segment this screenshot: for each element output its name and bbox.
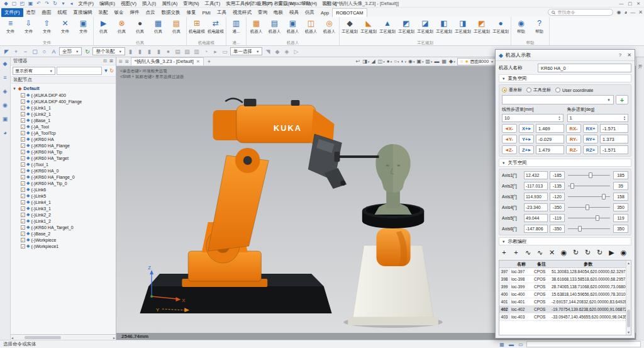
table-scrollbar-thumb[interactable] — [627, 310, 630, 327]
tree-node[interactable]: ✓ ◆ (-)Workpiece1 — [13, 243, 116, 249]
coord-radio[interactable]: User coordinate — [555, 87, 593, 93]
ribbon-tab[interactable]: 模具 — [286, 8, 302, 17]
rot-jog-value-input[interactable]: -1.571 — [600, 124, 628, 133]
ribbon-button[interactable]: ▶ 仿真 — [94, 18, 113, 35]
account-icon[interactable]: ◕ — [624, 9, 627, 15]
ribbon-button[interactable]: ◨ 工艺规划 — [453, 18, 472, 35]
doc-minimize-button[interactable]: — — [630, 9, 635, 15]
node-checkbox[interactable]: ✓ — [21, 137, 25, 142]
lasso-select-icon[interactable]: ○ — [40, 47, 48, 55]
node-checkbox[interactable]: ✓ — [21, 156, 25, 160]
pin-panel-icon[interactable]: ⊟ — [103, 59, 107, 64]
node-checkbox[interactable]: ✓ — [21, 238, 25, 242]
rot-jog-plus-button[interactable]: RZ+ — [583, 145, 598, 154]
tree-node[interactable]: ✓ ◆ (-)KUKA DKP 400 — [13, 92, 116, 98]
menu-item[interactable]: 视图(V) — [119, 1, 139, 7]
jog-rotate-icon[interactable]: + — [511, 247, 521, 257]
tree-node[interactable]: ✓ ◆ (-)A_ToolTcp — [13, 130, 116, 136]
axis-slider[interactable] — [567, 214, 611, 222]
document-tab[interactable]: *铣削人头像_3.Z3 - [Default] ✕ — [131, 57, 204, 65]
save-icon[interactable]: ▣ — [27, 1, 34, 6]
node-checkbox[interactable]: ✓ — [21, 162, 25, 167]
section-view-icon[interactable]: ◈ — [282, 47, 291, 55]
node-checkbox[interactable]: ✓ — [21, 125, 25, 129]
selection-filter-icon[interactable]: ▦ — [498, 341, 506, 348]
assembly-scope-select[interactable]: 整个装配▼ — [92, 47, 125, 55]
jog-value-input[interactable]: -0.029 — [536, 135, 564, 143]
constraint-icon-4[interactable]: ▮ — [155, 47, 163, 55]
node-checkbox[interactable]: ✓ — [21, 206, 25, 211]
ribbon-tab[interactable]: 造型 — [23, 8, 39, 17]
maximize-button[interactable]: ▢ — [628, 1, 633, 6]
tree-node[interactable]: ✓ ◆ (-)KR60 HA_Target_0 — [13, 224, 116, 230]
node-checkbox[interactable]: ✓ — [21, 150, 25, 154]
node-checkbox[interactable]: ✓ — [21, 225, 25, 230]
teach-row[interactable]: 399 loc-399 CPOS 28.74065,138.71068,620.… — [499, 283, 631, 291]
axis-slider-thumb[interactable] — [602, 194, 606, 199]
pattern-icon[interactable]: ▥ — [192, 47, 201, 55]
node-checkbox[interactable]: ✓ — [21, 181, 25, 186]
node-checkbox[interactable]: ✓ — [21, 200, 25, 205]
clip-icon[interactable]: ▤ — [174, 47, 182, 55]
pointer-icon[interactable]: ◥ — [264, 47, 272, 55]
reload-tree-icon[interactable]: ↻ — [109, 68, 114, 74]
constraint-icon-1[interactable]: ▮ — [126, 47, 135, 55]
axis-value-input[interactable]: -117.013 — [524, 182, 548, 190]
tree-h-scrollbar[interactable]: ◂▸ — [11, 334, 116, 340]
jog-plus-button[interactable]: Z+▶ — [519, 145, 534, 154]
kuka-robot[interactable]: KUKA — [182, 98, 379, 287]
ribbon-tab[interactable]: 电极 — [270, 8, 286, 17]
refresh-icon[interactable]: ↻ — [52, 1, 58, 6]
tree-node[interactable]: ✓ ◆ (-)Link2_2 — [13, 211, 116, 218]
rot-jog-plus-button[interactable]: RY+ — [583, 135, 598, 143]
axis-slider-thumb[interactable] — [596, 215, 599, 221]
robot-panel-icon[interactable]: ◆ — [3, 60, 8, 67]
ribbon-button[interactable]: ● 工艺规划 — [491, 18, 510, 35]
node-checkbox[interactable]: ✓ — [21, 118, 25, 123]
angular-step-input[interactable]: 1 ▲▼ — [567, 114, 629, 122]
exit-env-icon[interactable]: ↩ — [356, 59, 361, 64]
play-icon[interactable]: ▶ — [606, 247, 617, 257]
panel-close-button[interactable]: ✕ — [627, 52, 631, 58]
joint-section-header[interactable]: ▼关节空间 — [499, 159, 631, 167]
node-checkbox[interactable]: ✓ — [21, 169, 25, 173]
ribbon-button[interactable]: ◪ 工艺规划 — [416, 18, 435, 35]
tree-node[interactable]: ✓ ◆ (-)Link6 — [13, 186, 116, 193]
input-mode-icon[interactable]: ▭ — [517, 341, 525, 348]
delete-point-icon[interactable]: ✕ — [547, 247, 557, 257]
ribbon-button[interactable]: ◣ 工艺规划 — [359, 18, 378, 35]
axis-slider-thumb[interactable] — [570, 183, 574, 189]
jog-plus-button[interactable]: X+▶ — [519, 124, 534, 133]
tree-node[interactable]: ✓ ◆ (-)Link3_1 — [13, 205, 116, 211]
help-circle-icon[interactable]: ◉ — [616, 9, 621, 15]
ribbon-button[interactable]: ● 仿真 — [131, 18, 149, 35]
node-checkbox[interactable]: ✓ — [21, 143, 25, 148]
select-cursor-icon[interactable]: ◤ — [3, 47, 11, 55]
user-role-icon[interactable]: ◕ — [3, 130, 6, 136]
ribbon-button[interactable]: ⇩ 文件 — [19, 18, 38, 35]
filter-funnel-icon[interactable]: ▼ — [103, 68, 108, 74]
grid-icon[interactable]: ▦ — [442, 59, 448, 64]
teach-row[interactable]: 398 loc-398 CPOS 38.61668,133.58518,620.… — [499, 276, 631, 283]
remove-select-icon[interactable]: − — [21, 47, 30, 55]
layer-icon[interactable]: ◫▾ — [378, 59, 385, 64]
node-checkbox[interactable]: ✓ — [21, 93, 25, 98]
ribbon-tab[interactable]: 曲面 — [39, 8, 55, 17]
ribbon-tab[interactable]: PMI — [199, 9, 214, 17]
tree-node[interactable]: ✓ ◆ (-)KR60 HA — [13, 136, 116, 142]
tree-node[interactable]: ✓ ◆ (-)KR60 HA_0 — [13, 167, 116, 174]
close-button[interactable]: ✕ — [636, 1, 640, 6]
node-checkbox[interactable]: ✓ — [21, 232, 25, 236]
tree-node[interactable]: ✓ ◆ (-)KR60 HA_Target — [13, 155, 116, 161]
jog-minus-button[interactable]: ◀X- — [502, 124, 517, 133]
teach-row[interactable]: 400 loc-400 CPOS 15.63818,140.59656,620.… — [499, 291, 631, 298]
ribbon-button[interactable]: ▣ 文件 — [74, 18, 92, 35]
shaded-icon[interactable]: ●▾ — [387, 59, 392, 64]
tree-node[interactable]: ✓ ◆ (-)KR60 HA_Flange_0 — [13, 174, 116, 180]
view-manager-icon[interactable]: ▣ — [3, 116, 8, 122]
assembly-tree-icon[interactable]: ◈ — [3, 88, 8, 94]
jog-minus-button[interactable]: ◀Y- — [502, 135, 517, 143]
rot-jog-value-input[interactable]: 1.373 — [600, 135, 628, 143]
linear-step-input[interactable]: 10 ▲▼ — [502, 114, 564, 122]
axis-value-input[interactable]: -147.806 — [524, 225, 548, 233]
